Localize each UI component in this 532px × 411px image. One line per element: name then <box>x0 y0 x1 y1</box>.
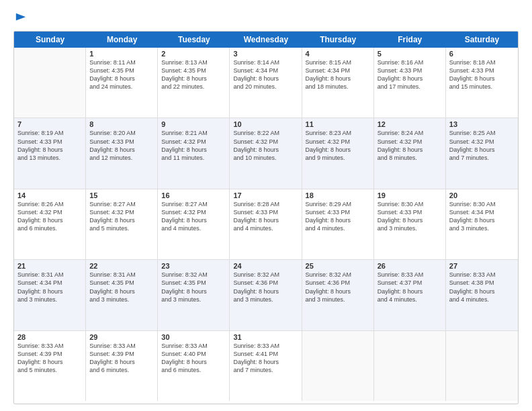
day-number: 5 <box>378 50 442 58</box>
day-number: 1 <box>89 50 154 58</box>
cal-cell: 30Sunrise: 8:33 AM Sunset: 4:40 PM Dayli… <box>158 331 230 401</box>
logo <box>13 12 27 24</box>
day-info: Sunrise: 8:15 AM Sunset: 4:34 PM Dayligh… <box>306 58 370 91</box>
day-info: Sunrise: 8:30 AM Sunset: 4:34 PM Dayligh… <box>449 200 515 233</box>
cal-cell: 29Sunrise: 8:33 AM Sunset: 4:39 PM Dayli… <box>86 331 158 401</box>
day-info: Sunrise: 8:25 AM Sunset: 4:32 PM Dayligh… <box>449 129 515 162</box>
logo-flag-icon <box>15 12 27 24</box>
header-day-tuesday: Tuesday <box>158 32 230 48</box>
cal-week-3: 21Sunrise: 8:31 AM Sunset: 4:34 PM Dayli… <box>14 260 518 330</box>
cal-cell: 24Sunrise: 8:32 AM Sunset: 4:36 PM Dayli… <box>230 260 302 330</box>
cal-cell: 15Sunrise: 8:27 AM Sunset: 4:32 PM Dayli… <box>86 189 158 259</box>
cal-cell <box>446 331 518 401</box>
day-number: 20 <box>449 191 515 199</box>
header-day-sunday: Sunday <box>14 32 86 48</box>
cal-cell: 3Sunrise: 8:14 AM Sunset: 4:34 PM Daylig… <box>230 48 302 118</box>
day-info: Sunrise: 8:29 AM Sunset: 4:33 PM Dayligh… <box>306 200 370 233</box>
cal-cell: 26Sunrise: 8:33 AM Sunset: 4:37 PM Dayli… <box>374 260 446 330</box>
day-number: 10 <box>233 120 298 128</box>
day-number: 31 <box>233 333 298 341</box>
day-number: 18 <box>306 191 370 199</box>
header-day-wednesday: Wednesday <box>230 32 302 48</box>
cal-cell: 21Sunrise: 8:31 AM Sunset: 4:34 PM Dayli… <box>14 260 86 330</box>
cal-cell: 25Sunrise: 8:32 AM Sunset: 4:36 PM Dayli… <box>302 260 374 330</box>
cal-cell: 20Sunrise: 8:30 AM Sunset: 4:34 PM Dayli… <box>446 189 518 259</box>
cal-cell: 18Sunrise: 8:29 AM Sunset: 4:33 PM Dayli… <box>302 189 374 259</box>
day-number: 8 <box>89 120 154 128</box>
day-info: Sunrise: 8:32 AM Sunset: 4:36 PM Dayligh… <box>306 271 370 304</box>
day-info: Sunrise: 8:33 AM Sunset: 4:40 PM Dayligh… <box>161 342 226 375</box>
header-day-thursday: Thursday <box>302 32 374 48</box>
svg-marker-0 <box>16 13 26 21</box>
cal-cell: 13Sunrise: 8:25 AM Sunset: 4:32 PM Dayli… <box>446 118 518 188</box>
day-number: 12 <box>378 120 442 128</box>
cal-cell <box>302 331 374 401</box>
day-number: 6 <box>449 50 515 58</box>
day-info: Sunrise: 8:24 AM Sunset: 4:32 PM Dayligh… <box>378 129 442 162</box>
cal-cell: 31Sunrise: 8:33 AM Sunset: 4:41 PM Dayli… <box>230 331 302 401</box>
day-number: 22 <box>89 262 154 270</box>
day-info: Sunrise: 8:20 AM Sunset: 4:33 PM Dayligh… <box>89 129 154 162</box>
cal-cell: 28Sunrise: 8:33 AM Sunset: 4:39 PM Dayli… <box>14 331 86 401</box>
day-info: Sunrise: 8:22 AM Sunset: 4:32 PM Dayligh… <box>233 129 298 162</box>
day-info: Sunrise: 8:13 AM Sunset: 4:35 PM Dayligh… <box>161 58 226 91</box>
cal-cell: 4Sunrise: 8:15 AM Sunset: 4:34 PM Daylig… <box>302 48 374 118</box>
day-info: Sunrise: 8:33 AM Sunset: 4:39 PM Dayligh… <box>89 342 154 375</box>
cal-cell: 2Sunrise: 8:13 AM Sunset: 4:35 PM Daylig… <box>158 48 230 118</box>
day-info: Sunrise: 8:21 AM Sunset: 4:32 PM Dayligh… <box>161 129 226 162</box>
day-info: Sunrise: 8:31 AM Sunset: 4:34 PM Dayligh… <box>17 271 82 304</box>
day-number: 3 <box>233 50 298 58</box>
day-number: 21 <box>17 262 82 270</box>
calendar: SundayMondayTuesdayWednesdayThursdayFrid… <box>13 31 519 404</box>
cal-cell: 5Sunrise: 8:16 AM Sunset: 4:33 PM Daylig… <box>374 48 446 118</box>
day-number: 25 <box>306 262 370 270</box>
day-info: Sunrise: 8:11 AM Sunset: 4:35 PM Dayligh… <box>89 58 154 91</box>
day-info: Sunrise: 8:31 AM Sunset: 4:35 PM Dayligh… <box>89 271 154 304</box>
day-number: 15 <box>89 191 154 199</box>
day-number: 28 <box>17 333 82 341</box>
day-info: Sunrise: 8:33 AM Sunset: 4:41 PM Dayligh… <box>233 342 298 375</box>
cal-cell: 27Sunrise: 8:33 AM Sunset: 4:38 PM Dayli… <box>446 260 518 330</box>
cal-cell: 7Sunrise: 8:19 AM Sunset: 4:33 PM Daylig… <box>14 118 86 188</box>
day-info: Sunrise: 8:32 AM Sunset: 4:35 PM Dayligh… <box>161 271 226 304</box>
cal-cell: 19Sunrise: 8:30 AM Sunset: 4:33 PM Dayli… <box>374 189 446 259</box>
day-info: Sunrise: 8:33 AM Sunset: 4:39 PM Dayligh… <box>17 342 82 375</box>
day-number: 26 <box>378 262 442 270</box>
cal-cell: 8Sunrise: 8:20 AM Sunset: 4:33 PM Daylig… <box>86 118 158 188</box>
cal-cell: 10Sunrise: 8:22 AM Sunset: 4:32 PM Dayli… <box>230 118 302 188</box>
header <box>13 12 519 24</box>
cal-cell: 23Sunrise: 8:32 AM Sunset: 4:35 PM Dayli… <box>158 260 230 330</box>
day-info: Sunrise: 8:30 AM Sunset: 4:33 PM Dayligh… <box>378 200 442 233</box>
day-number: 16 <box>161 191 226 199</box>
day-number: 29 <box>89 333 154 341</box>
logo-text <box>13 12 27 24</box>
header-day-saturday: Saturday <box>446 32 518 48</box>
day-info: Sunrise: 8:23 AM Sunset: 4:32 PM Dayligh… <box>306 129 370 162</box>
page: SundayMondayTuesdayWednesdayThursdayFrid… <box>0 0 532 411</box>
cal-cell <box>14 48 86 118</box>
day-number: 2 <box>161 50 226 58</box>
day-number: 14 <box>17 191 82 199</box>
day-number: 24 <box>233 262 298 270</box>
cal-cell: 11Sunrise: 8:23 AM Sunset: 4:32 PM Dayli… <box>302 118 374 188</box>
cal-cell: 1Sunrise: 8:11 AM Sunset: 4:35 PM Daylig… <box>86 48 158 118</box>
day-number: 27 <box>449 262 515 270</box>
cal-week-1: 7Sunrise: 8:19 AM Sunset: 4:33 PM Daylig… <box>14 118 518 189</box>
day-info: Sunrise: 8:33 AM Sunset: 4:38 PM Dayligh… <box>449 271 515 304</box>
cal-cell: 22Sunrise: 8:31 AM Sunset: 4:35 PM Dayli… <box>86 260 158 330</box>
day-info: Sunrise: 8:32 AM Sunset: 4:36 PM Dayligh… <box>233 271 298 304</box>
calendar-body: 1Sunrise: 8:11 AM Sunset: 4:35 PM Daylig… <box>14 48 518 401</box>
cal-cell: 17Sunrise: 8:28 AM Sunset: 4:33 PM Dayli… <box>230 189 302 259</box>
day-info: Sunrise: 8:19 AM Sunset: 4:33 PM Dayligh… <box>17 129 82 162</box>
cal-week-0: 1Sunrise: 8:11 AM Sunset: 4:35 PM Daylig… <box>14 48 518 118</box>
cal-cell: 6Sunrise: 8:18 AM Sunset: 4:33 PM Daylig… <box>446 48 518 118</box>
day-number: 4 <box>306 50 370 58</box>
cal-cell: 9Sunrise: 8:21 AM Sunset: 4:32 PM Daylig… <box>158 118 230 188</box>
cal-cell <box>374 331 446 401</box>
day-info: Sunrise: 8:14 AM Sunset: 4:34 PM Dayligh… <box>233 58 298 91</box>
day-number: 13 <box>449 120 515 128</box>
day-number: 17 <box>233 191 298 199</box>
day-info: Sunrise: 8:18 AM Sunset: 4:33 PM Dayligh… <box>449 58 515 91</box>
day-number: 30 <box>161 333 226 341</box>
day-number: 7 <box>17 120 82 128</box>
